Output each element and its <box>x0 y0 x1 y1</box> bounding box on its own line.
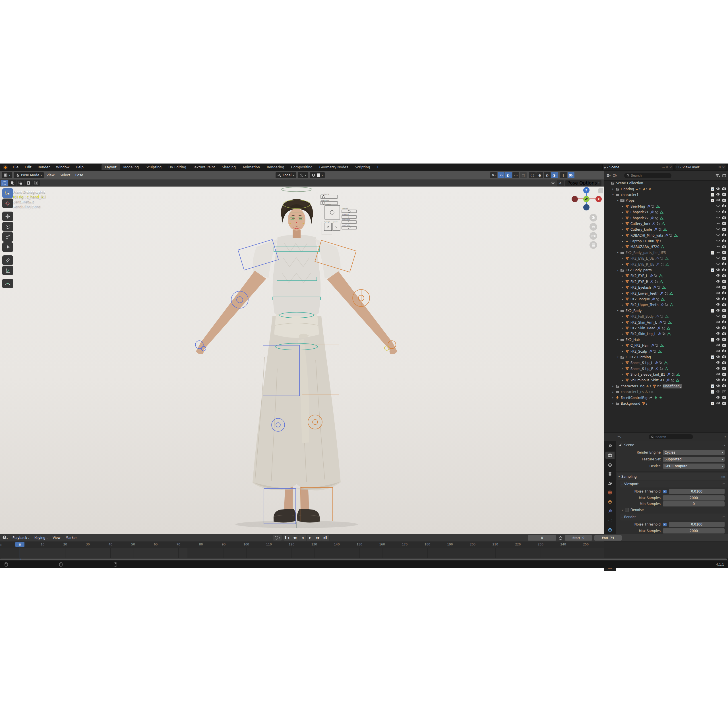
excluded-camera-icon[interactable] <box>722 390 726 394</box>
viewport-3d[interactable]: browOuterUp browInnerUp LookAt3D cheekPu… <box>0 187 604 534</box>
hidden-eye-icon[interactable] <box>716 205 720 208</box>
expand-icon[interactable]: ▸ <box>621 373 625 376</box>
render-camera-icon[interactable] <box>722 320 726 324</box>
outliner-row-background[interactable]: ▸Background2✓ <box>604 401 728 406</box>
tab-particles[interactable] <box>606 517 615 525</box>
viewport-menu-select[interactable]: Select <box>57 173 73 177</box>
hidden-eye-icon[interactable] <box>716 245 720 249</box>
workspace-tab-layout[interactable]: Layout <box>101 164 120 170</box>
visibility-eye-icon[interactable] <box>716 292 720 295</box>
noise-threshold-checkbox[interactable]: ✓ <box>663 523 667 526</box>
expand-icon[interactable]: ▸ <box>611 391 615 393</box>
editor-type-button[interactable]: ▾ <box>2 172 12 178</box>
timeline-editor-type-icon[interactable]: ▾ <box>2 535 8 540</box>
filter-icon[interactable]: ▾ <box>716 173 720 178</box>
add-workspace-button[interactable]: + <box>373 165 382 169</box>
render-camera-icon[interactable] <box>722 396 726 400</box>
selectable-checkbox[interactable]: ✓ <box>711 199 714 202</box>
render-camera-icon[interactable] <box>722 239 726 243</box>
render-camera-icon[interactable] <box>722 251 726 255</box>
visibility-eye-icon[interactable] <box>716 402 720 405</box>
render-camera-icon[interactable] <box>722 361 726 365</box>
render-camera-icon[interactable] <box>722 204 726 208</box>
properties-editor-type-icon[interactable]: ☰▾ <box>617 435 621 439</box>
visibility-eye-icon[interactable] <box>716 303 720 307</box>
tab-render[interactable] <box>606 451 615 459</box>
expand-icon[interactable]: ▸ <box>621 350 625 353</box>
noise-threshold-checkbox[interactable]: ✓ <box>663 490 667 493</box>
outliner-row-fk2-skin-arm-l[interactable]: ▸FK2_Skin_Arm_L <box>604 320 728 325</box>
expand-icon[interactable]: ▸ <box>621 286 625 289</box>
outliner-row-voluminous-skirt-a1[interactable]: ▸Voluminous_Skirt_A1 <box>604 377 728 383</box>
mode-selector[interactable]: Pose Mode ▾ <box>14 172 44 178</box>
expand-icon[interactable]: ▾ <box>616 199 620 202</box>
outliner-row-chopstick2[interactable]: ▸Chopstick2 <box>604 215 728 221</box>
outliner-row-props[interactable]: ▾Props✓ <box>604 198 728 203</box>
expand-icon[interactable]: ▸ <box>621 367 625 370</box>
shading-wireframe-button[interactable]: ◯ <box>529 172 536 178</box>
shading-material-button[interactable]: ◐ <box>544 172 551 178</box>
expand-icon[interactable]: ▸ <box>621 217 625 219</box>
render-camera-icon[interactable] <box>722 303 726 307</box>
visibility-eye-icon[interactable] <box>716 367 720 371</box>
render-camera-icon[interactable] <box>722 384 726 388</box>
outliner-row-fk2-body[interactable]: ▾FK2_Body✓ <box>604 308 728 314</box>
render-camera-icon[interactable] <box>722 193 726 197</box>
field-value-render-engine[interactable]: Cycles▾ <box>663 450 725 455</box>
hidden-eye-icon[interactable] <box>716 315 720 318</box>
scene-selector[interactable]: ◆▾ Scene ⤳ ⧉ ✕ <box>602 164 673 170</box>
hidden-eye-icon[interactable] <box>716 257 720 260</box>
selectable-checkbox[interactable]: ✓ <box>711 338 714 341</box>
tool-scale[interactable] <box>2 232 13 242</box>
autokey-button[interactable]: ▾ <box>273 535 282 541</box>
render-camera-icon[interactable] <box>722 245 726 249</box>
outliner-row-scene-collection[interactable]: Scene Collection <box>604 180 728 186</box>
selectable-checkbox[interactable]: ✓ <box>711 384 714 388</box>
expand-icon[interactable]: ▸ <box>621 379 625 382</box>
jump-to-start-button[interactable]: ▌◀ <box>283 535 291 541</box>
expand-icon[interactable]: ▸ <box>621 315 625 318</box>
tool-move[interactable] <box>2 211 13 221</box>
tool-annotate[interactable] <box>2 255 13 265</box>
zoom-view-button[interactable] <box>589 214 597 222</box>
outliner-row-lighting[interactable]: ▸Lighting23✓ <box>604 186 728 192</box>
expand-icon[interactable]: ▸ <box>621 298 625 301</box>
visibility-eye-icon[interactable] <box>716 396 720 400</box>
outliner-row-fk2-scalp[interactable]: ▸FK2_Scalp <box>604 348 728 354</box>
outliner-row-fk2-eye-r-ue[interactable]: ▸FK2_EYE_R_UE <box>604 262 728 267</box>
shading-solid-button[interactable]: ● <box>536 172 543 178</box>
tab-scene[interactable] <box>606 479 615 487</box>
render-camera-icon[interactable] <box>722 228 726 232</box>
hidden-eye-icon[interactable] <box>716 210 720 214</box>
outliner-row-cutlery-knife[interactable]: ▸Cutlery_knife <box>604 226 728 232</box>
expand-icon[interactable]: ▾ <box>611 193 615 196</box>
menu-render[interactable]: Render <box>34 165 53 169</box>
outliner-row-shoes-s-tip-l[interactable]: ▸Shoes_S-tip_L <box>604 360 728 366</box>
outliner-row-character1-cs[interactable]: ▸character1_cs134✓ <box>604 389 728 395</box>
tab-output[interactable] <box>606 461 615 468</box>
frame-start-field[interactable]: Start0 <box>565 535 592 541</box>
expand-icon[interactable]: ▸ <box>621 327 625 329</box>
hidden-eye-icon[interactable] <box>716 216 720 220</box>
expand-icon[interactable]: ▸ <box>621 246 625 248</box>
render-camera-icon[interactable] <box>722 338 726 342</box>
outliner-row-fk2-body-parts-for-ue5[interactable]: ▾FK2_Body_parts_for_UE5✓ <box>604 250 728 255</box>
tool-measure[interactable] <box>2 266 13 275</box>
unlink-scene-icon[interactable]: ✕ <box>669 165 672 169</box>
selectable-checkbox[interactable]: ✓ <box>711 390 714 393</box>
camera-view-button[interactable] <box>589 232 597 240</box>
pin-icon[interactable]: ⤳ <box>723 443 725 447</box>
expand-icon[interactable]: ▸ <box>611 396 615 399</box>
outliner-row-fk2-body-parts[interactable]: ▾FK2_Body_parts✓ <box>604 267 728 273</box>
visibility-eye-icon[interactable] <box>716 280 720 284</box>
field-value-max-samples[interactable]: 2000 <box>663 528 725 534</box>
overlays-toggle[interactable]: ➚▾ <box>498 172 505 178</box>
outliner-row-fk2-eye-l[interactable]: ▸FK2_EYE_L <box>604 273 728 279</box>
expand-icon[interactable]: ▸ <box>621 321 625 324</box>
xray-toggle[interactable]: ◐▾ <box>505 172 512 178</box>
tab-modifiers[interactable] <box>606 508 615 515</box>
viewport-menu-view[interactable]: View <box>44 173 57 177</box>
expand-icon[interactable]: ▸ <box>621 240 625 243</box>
viewport-menu-pose[interactable]: Pose <box>73 173 86 177</box>
properties-options-chevron[interactable]: ▾ <box>725 436 726 438</box>
